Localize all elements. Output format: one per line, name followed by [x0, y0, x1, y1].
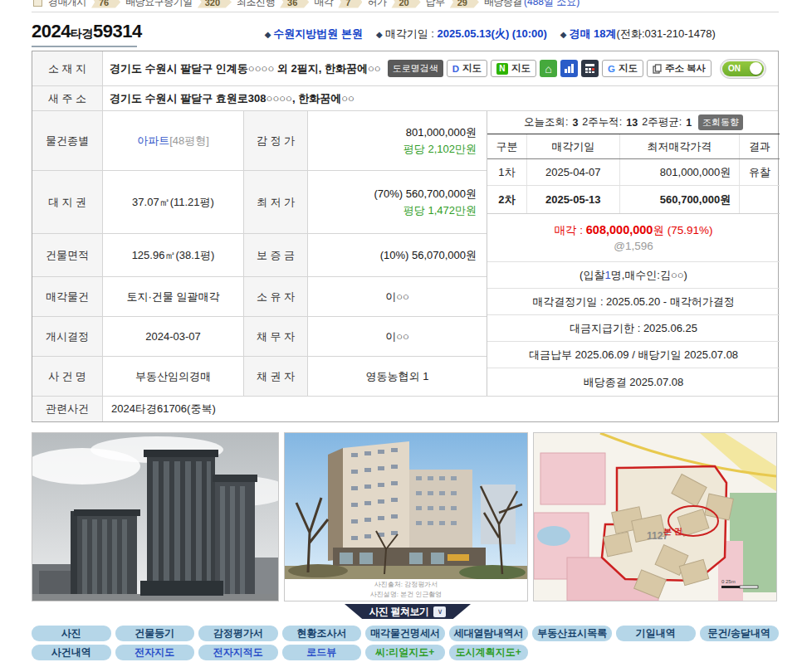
- detail-label: 매각물건: [32, 277, 103, 316]
- detail-row-start-date: 개시결정 2024-03-07 채 무 자 이○○: [32, 317, 487, 357]
- e-cadastral-map-button[interactable]: 전자지적도: [198, 645, 278, 660]
- two-week-views-value: 13: [626, 117, 638, 129]
- sale-result-label: 매각 :: [555, 224, 586, 236]
- detail-label: 건물면적: [32, 234, 103, 276]
- detail-label: 채 무 자: [244, 317, 308, 356]
- map-target-label: 본 건: [663, 527, 682, 536]
- map-button-label: 지도: [511, 62, 531, 75]
- schedule-date: 2025-04-07: [527, 159, 620, 185]
- related-case-label: 관련사건: [32, 397, 103, 421]
- daum-map-button[interactable]: D지도: [447, 60, 487, 77]
- schedule-header-row: 구분 매각기일 최저매각가격 결과: [487, 134, 780, 159]
- timeline-stage-label: 경매개시: [48, 0, 86, 9]
- sale-item-statement-button[interactable]: 매각물건명세서: [365, 626, 445, 641]
- view-stats-bar: 오늘조회:3 2주누적:13 2주평균:1 조회동향: [487, 111, 780, 134]
- case-number-year: 2024: [32, 21, 71, 42]
- timeline-days-arrow: 320: [198, 0, 232, 8]
- document-buttons-row-2: 사건내역 전자지도 전자지적도 로드뷰 씨:리얼지도+ 도시계획지도+: [32, 645, 779, 660]
- timeline-stage-label: 배당종결: [484, 0, 522, 9]
- owner-value: 이○○: [385, 290, 409, 304]
- road-name-search-button[interactable]: 도로명검색: [388, 60, 443, 77]
- cadastral-map-illustration: 1127 본 건 0 25m: [534, 433, 776, 601]
- photos-button[interactable]: 사진: [32, 626, 111, 641]
- detail-row-land: 대 지 권 37.07㎡(11.21평) 최 저 가 (70%) 560,700…: [32, 171, 487, 234]
- address-value: 경기도 수원시 팔달구 인계동○○○○ 외 2필지, 한화꿈에○○: [110, 61, 381, 76]
- view-trend-button[interactable]: 조회동향: [698, 114, 743, 130]
- case-number-serial: 59314: [93, 21, 142, 42]
- toggle-knob: [750, 62, 762, 75]
- sale-result-percent: (75.91%): [664, 224, 713, 236]
- copy-icon: [653, 64, 662, 74]
- copy-address-button[interactable]: 주소 복사: [647, 60, 712, 77]
- status-survey-button[interactable]: 현황조사서: [282, 626, 362, 641]
- timeline-checkbox-icon[interactable]: [33, 0, 42, 7]
- property-details: 물건종별 아파트[48평형] 감 정 가 801,000,000원평당 2,10…: [32, 111, 487, 396]
- bar-chart-icon: [564, 63, 575, 74]
- city-plan-map-button[interactable]: 도시계획지도+: [449, 645, 529, 660]
- case-header: 2024 타경 59314 ◆수원지방법원 본원 ◆매각기일 : 2025.05…: [32, 12, 779, 44]
- detail-label: 최 저 가: [244, 171, 308, 233]
- court-name-item[interactable]: ◆수원지방법원 본원: [265, 27, 363, 41]
- e-map-button[interactable]: 전자지도: [115, 645, 195, 660]
- bullet-icon: ◆: [560, 30, 567, 39]
- building-photo-illustration: [285, 433, 527, 579]
- appraisal-report-button[interactable]: 감정평가서: [198, 626, 278, 641]
- today-views-label: 오늘조회:: [524, 115, 568, 129]
- sale-date-item: ◆매각기일 : 2025.05.13(火) (10:00): [376, 27, 547, 41]
- property-type-size: [48평형]: [169, 134, 209, 149]
- photo-building-exterior-1[interactable]: [32, 432, 279, 601]
- household-record-button[interactable]: 세대열람내역서: [449, 626, 529, 641]
- document-delivery-button[interactable]: 문건/송달내역: [700, 626, 780, 641]
- timeline-days-arrow: 76: [91, 0, 120, 8]
- land-home-icon-button[interactable]: ⌂: [540, 60, 557, 77]
- schedule-date: 2025-05-13: [527, 186, 620, 213]
- naver-map-button[interactable]: N지도: [491, 60, 536, 77]
- detail-row-type: 물건종별 아파트[48평형] 감 정 가 801,000,000원평당 2,10…: [32, 111, 487, 171]
- photo-cadastral-map[interactable]: 1127 본 건 0 25m: [533, 432, 777, 601]
- dividend-closed-row: 배당종결 2025.07.08: [487, 368, 780, 396]
- on-off-toggle[interactable]: ON: [720, 59, 766, 79]
- price-chart-icon-button[interactable]: [560, 60, 578, 77]
- detail-row-sale-object: 매각물건 토지·건물 일괄매각 소 유 자 이○○: [32, 277, 487, 317]
- google-map-button[interactable]: G지도: [602, 60, 643, 77]
- start-date-value: 2024-03-07: [145, 330, 201, 343]
- sale-result-won: 원: [653, 224, 664, 236]
- building-registry-button[interactable]: 건물등기: [115, 626, 195, 641]
- schedule-history-button[interactable]: 기일내역: [616, 626, 696, 641]
- dept-item: ◆경매 18계(전화:031-210-1478): [560, 27, 716, 41]
- today-views-value: 3: [572, 117, 578, 129]
- case-name-value: 부동산임의경매: [135, 369, 211, 384]
- case-history-button[interactable]: 사건내역: [32, 645, 111, 660]
- timeline-days-arrow: 20: [391, 0, 420, 8]
- related-case-row: 관련사건 2024타경61706(중복): [32, 397, 778, 421]
- road-view-button[interactable]: 로드뷰: [282, 645, 362, 660]
- seereal-map-button[interactable]: 씨:리얼지도+: [365, 645, 445, 660]
- bullet-icon: ◆: [265, 30, 271, 39]
- schedule-header-result: 결과: [740, 134, 780, 158]
- daum-logo-icon: D: [452, 64, 459, 74]
- photo-building-exterior-2[interactable]: 사진출처: 감정평가서 사진설명: 본건 인근촬영: [284, 432, 528, 601]
- property-type-link[interactable]: 아파트: [137, 134, 169, 149]
- new-address-label: 새 주 소: [32, 86, 103, 110]
- copy-address-label: 주소 복사: [665, 62, 706, 75]
- schedule-row: 1차 2025-04-07 801,000,000원 유찰: [487, 159, 780, 186]
- detail-label: 사 건 명: [32, 357, 103, 396]
- property-list-button[interactable]: 부동산표시목록: [532, 626, 612, 641]
- timeline-stage-label: 매각: [314, 0, 333, 9]
- land-area-value: 37.07㎡(11.21평): [132, 195, 214, 210]
- detail-label: 감 정 가: [244, 111, 308, 170]
- expand-photos-button[interactable]: 사진 펼쳐보기 ∨: [345, 604, 471, 619]
- calculator-icon: [584, 63, 595, 74]
- schedule-price: 801,000,000원: [620, 159, 741, 185]
- detail-label: 채 권 자: [244, 357, 308, 396]
- timeline-total-days: (488일 소요): [524, 0, 579, 9]
- new-address-value: 경기도 수원시 팔달구 효원로308○○○○, 한화꿈에○○: [110, 91, 355, 106]
- min-price: (70%) 560,700,000원: [374, 187, 477, 202]
- detail-label: 보 증 금: [244, 234, 308, 276]
- sale-per-pyeong: @1,596: [614, 240, 653, 252]
- case-number-underline: [32, 46, 137, 47]
- auction-progress-timeline: 경매개시 76 배당요구종기일 320 최초진행 36 매각 7 허가 20 납…: [32, 0, 779, 9]
- calculator-icon-button[interactable]: [581, 60, 599, 77]
- schedule-header-date: 매각기일: [527, 134, 620, 158]
- timeline-stage-label: 납부: [426, 0, 445, 9]
